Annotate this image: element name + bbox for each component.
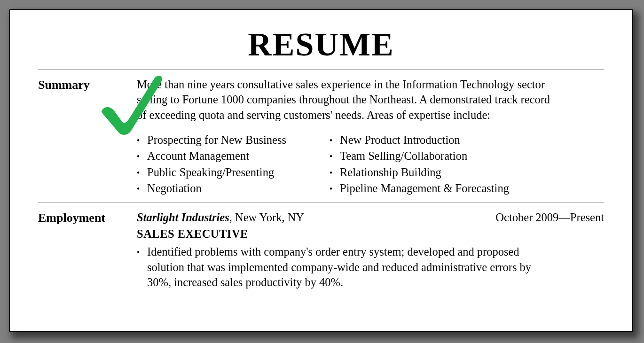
divider bbox=[38, 69, 604, 70]
employment-bullet: Identified problems with company's order… bbox=[137, 244, 533, 290]
expertise-item: Team Selling/Collaboration bbox=[330, 148, 509, 164]
employment-role: SALES EXECUTIVE bbox=[137, 226, 604, 242]
employment-dates: October 2009—Present bbox=[495, 210, 604, 225]
expertise-item: Negotiation bbox=[137, 180, 325, 196]
divider bbox=[38, 202, 604, 203]
section-summary: Summary More than nine years consultativ… bbox=[38, 74, 604, 196]
employment-bullets: Identified problems with company's order… bbox=[137, 244, 604, 290]
section-employment: Employment Starlight Industries, New Yor… bbox=[38, 207, 604, 290]
section-label-summary: Summary bbox=[38, 77, 123, 196]
summary-text: More than nine years consultative sales … bbox=[137, 77, 555, 123]
expertise-item: New Product Introduction bbox=[330, 132, 509, 148]
resume-card: RESUME Summary More than nine years cons… bbox=[9, 9, 633, 332]
summary-body: More than nine years consultative sales … bbox=[137, 77, 604, 196]
section-label-employment: Employment bbox=[38, 210, 123, 290]
expertise-item: Prospecting for New Business bbox=[137, 132, 325, 148]
expertise-list-right: New Product Introduction Team Selling/Co… bbox=[330, 132, 509, 196]
employment-body: Starlight Industries, New York, NY Octob… bbox=[137, 210, 604, 290]
employment-header-row: Starlight Industries, New York, NY Octob… bbox=[137, 210, 604, 225]
expertise-columns: Prospecting for New Business Account Man… bbox=[137, 132, 604, 196]
employment-location: , New York, NY bbox=[229, 211, 304, 224]
expertise-item: Public Speaking/Presenting bbox=[137, 164, 325, 180]
document-title: RESUME bbox=[38, 26, 604, 63]
expertise-item: Account Management bbox=[137, 148, 325, 164]
summary-label-text: Summary bbox=[38, 78, 90, 92]
employment-company-line: Starlight Industries, New York, NY bbox=[137, 210, 304, 225]
expertise-list-left: Prospecting for New Business Account Man… bbox=[137, 132, 325, 196]
expertise-item: Pipeline Management & Forecasting bbox=[330, 180, 509, 196]
employment-company: Starlight Industries bbox=[137, 211, 229, 224]
expertise-item: Relationship Building bbox=[330, 164, 509, 180]
